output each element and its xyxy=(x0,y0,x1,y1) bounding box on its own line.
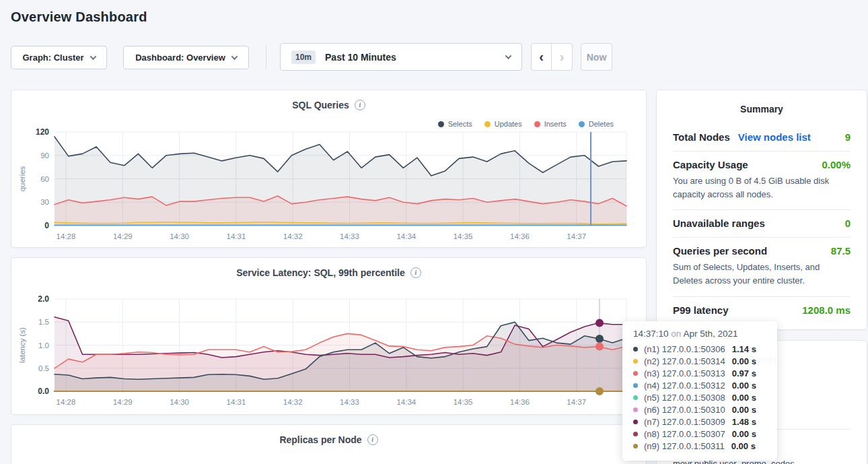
svg-text:14:34: 14:34 xyxy=(396,232,416,240)
info-icon[interactable]: i xyxy=(355,100,365,110)
service-latency-chart[interactable]: 0.00.51.01.52.014:2814:2914:3014:3114:32… xyxy=(11,258,646,414)
node-dot-icon xyxy=(633,444,638,449)
svg-text:14:33: 14:33 xyxy=(340,232,359,240)
time-next-button[interactable]: › xyxy=(552,44,572,70)
svg-text:120: 120 xyxy=(36,127,49,137)
svg-text:14:32: 14:32 xyxy=(283,398,303,406)
node-dot-icon xyxy=(633,407,638,412)
tooltip-node-label: (n2) 127.0.0.1:50314 xyxy=(644,356,725,366)
time-range-dropdown[interactable]: 10m Past 10 Minutes xyxy=(280,43,522,71)
tooltip-node-label: (n3) 127.0.0.1:50313 xyxy=(644,368,725,378)
sql-queries-title: SQL Queries i xyxy=(11,100,646,110)
tooltip-node-label: (n5) 127.0.0.1:50308 xyxy=(644,393,725,403)
qps-value: 87.5 xyxy=(831,245,851,257)
tooltip-node-label: (n7) 127.0.0.1:50309 xyxy=(644,417,725,427)
dashboard-dropdown[interactable]: Dashboard: Overview xyxy=(123,46,249,69)
tooltip-node-value: 0.00 s xyxy=(731,441,756,451)
tooltip-node-label: (n6) 127.0.0.1:50310 xyxy=(644,405,725,415)
svg-text:14:32: 14:32 xyxy=(283,232,303,240)
svg-text:1.0: 1.0 xyxy=(38,341,49,350)
legend-item-inserts: Inserts xyxy=(534,120,567,128)
summary-panel: Summary Total Nodes View nodes list 9 Ca… xyxy=(656,90,867,330)
svg-text:14:33: 14:33 xyxy=(340,398,359,406)
inserts-dot-icon xyxy=(534,121,540,127)
tooltip-node-label: (n1) 127.0.0.1:50306 xyxy=(644,344,725,354)
tooltip-rows: (n1) 127.0.0.1:503061.14 s(n2) 127.0.0.1… xyxy=(633,343,766,452)
p99-latency-value: 1208.0 ms xyxy=(802,304,851,316)
chevron-down-icon xyxy=(505,53,512,59)
chevron-down-icon xyxy=(89,53,96,60)
summary-title: Summary xyxy=(657,90,867,114)
svg-text:14:28: 14:28 xyxy=(57,232,76,240)
tooltip-node-label: (n8) 127.0.0.1:50307 xyxy=(644,429,725,439)
service-latency-panel: 0.00.51.01.52.014:2814:2914:3014:3114:32… xyxy=(11,257,647,415)
node-dot-icon xyxy=(633,420,638,424)
sql-queries-legend: Selects Updates Inserts Deletes xyxy=(438,120,614,128)
summary-row-unavailable: Unavailable ranges 0 xyxy=(673,210,851,237)
time-prev-button[interactable]: ‹ xyxy=(532,44,552,70)
graph-dropdown[interactable]: Graph: Cluster xyxy=(11,46,107,69)
svg-text:14:37: 14:37 xyxy=(567,398,586,406)
node-dot-icon xyxy=(633,359,638,364)
tooltip-timestamp: 14:37:10 on Apr 5th, 2021 xyxy=(633,329,766,339)
selects-dot-icon xyxy=(438,121,444,127)
svg-text:14:36: 14:36 xyxy=(510,232,530,240)
summary-row-qps: Queries per second 87.5 Sum of Selects, … xyxy=(673,238,851,296)
svg-text:queries: queries xyxy=(18,166,26,191)
tooltip-node-row: (n9) 127.0.0.1:503110.00 s xyxy=(633,440,766,452)
tooltip-node-row: (n2) 127.0.0.1:503140.00 s xyxy=(633,355,766,367)
tooltip-node-value: 0.00 s xyxy=(732,380,756,391)
tooltip-node-value: 0.00 s xyxy=(732,405,756,415)
total-nodes-value: 9 xyxy=(845,131,851,143)
updates-dot-icon xyxy=(484,121,491,127)
svg-text:14:30: 14:30 xyxy=(170,398,189,406)
page-title: Overview Dashboard xyxy=(11,9,147,25)
svg-text:30: 30 xyxy=(40,198,49,206)
legend-item-selects: Selects xyxy=(438,120,472,128)
dashboard-dropdown-label: Dashboard: Overview xyxy=(135,53,225,63)
time-step-buttons: ‹ › xyxy=(531,43,573,71)
svg-text:latency (s): latency (s) xyxy=(18,327,26,363)
view-nodes-list-link[interactable]: View nodes list xyxy=(738,131,811,143)
replicas-panel: Replicas per Node i xyxy=(11,424,647,464)
svg-text:14:36: 14:36 xyxy=(510,398,530,406)
tooltip-node-row: (n6) 127.0.0.1:503100.00 s xyxy=(633,403,766,416)
svg-text:14:29: 14:29 xyxy=(113,398,133,406)
legend-item-updates: Updates xyxy=(484,120,522,128)
svg-text:14:35: 14:35 xyxy=(454,398,473,406)
sql-queries-panel: 030609012014:2814:2914:3014:3114:3214:33… xyxy=(11,90,647,248)
toolbar-divider xyxy=(266,46,266,69)
summary-row-capacity: Capacity Usage 0.00% You are using 0 B o… xyxy=(673,152,851,209)
chart-hover-tooltip: 14:37:10 on Apr 5th, 2021 (n1) 127.0.0.1… xyxy=(622,321,777,461)
graph-dropdown-label: Graph: Cluster xyxy=(22,53,83,63)
svg-text:0.0: 0.0 xyxy=(38,387,49,396)
tooltip-node-value: 0.00 s xyxy=(732,356,756,366)
tooltip-node-row: (n1) 127.0.0.1:503061.14 s xyxy=(633,343,766,355)
svg-text:0: 0 xyxy=(44,221,49,230)
svg-text:14:31: 14:31 xyxy=(227,232,246,240)
info-icon[interactable]: i xyxy=(410,267,421,278)
tooltip-node-row: (n3) 127.0.0.1:503130.97 s xyxy=(633,367,766,379)
sql-queries-chart[interactable]: 030609012014:2814:2914:3014:3114:3214:33… xyxy=(11,90,646,247)
info-icon[interactable]: i xyxy=(367,434,378,445)
tooltip-node-value: 0.00 s xyxy=(732,393,756,403)
time-range-label: Past 10 Minutes xyxy=(325,52,396,63)
node-dot-icon xyxy=(633,395,638,400)
svg-text:14:35: 14:35 xyxy=(454,232,473,240)
svg-text:14:28: 14:28 xyxy=(57,398,76,406)
tooltip-node-row: (n8) 127.0.0.1:503070.00 s xyxy=(633,428,766,440)
tooltip-node-value: 0.00 s xyxy=(732,429,756,439)
unavailable-ranges-value: 0 xyxy=(845,218,851,229)
svg-text:90: 90 xyxy=(40,152,49,160)
svg-text:14:34: 14:34 xyxy=(396,398,416,406)
tooltip-node-row: (n7) 127.0.0.1:503091.48 s xyxy=(633,416,766,428)
tooltip-node-value: 0.97 s xyxy=(732,368,756,378)
summary-row-p99: P99 latency 1208.0 ms xyxy=(673,297,851,324)
svg-text:2.0: 2.0 xyxy=(38,294,49,304)
tooltip-node-value: 1.14 s xyxy=(732,344,756,354)
time-now-button[interactable]: Now xyxy=(581,43,612,71)
summary-row-total-nodes: Total Nodes View nodes list 9 xyxy=(673,124,851,151)
svg-text:1.5: 1.5 xyxy=(38,318,49,326)
service-latency-title: Service Latency: SQL, 99th percentile i xyxy=(11,267,646,278)
svg-text:14:30: 14:30 xyxy=(170,232,189,240)
